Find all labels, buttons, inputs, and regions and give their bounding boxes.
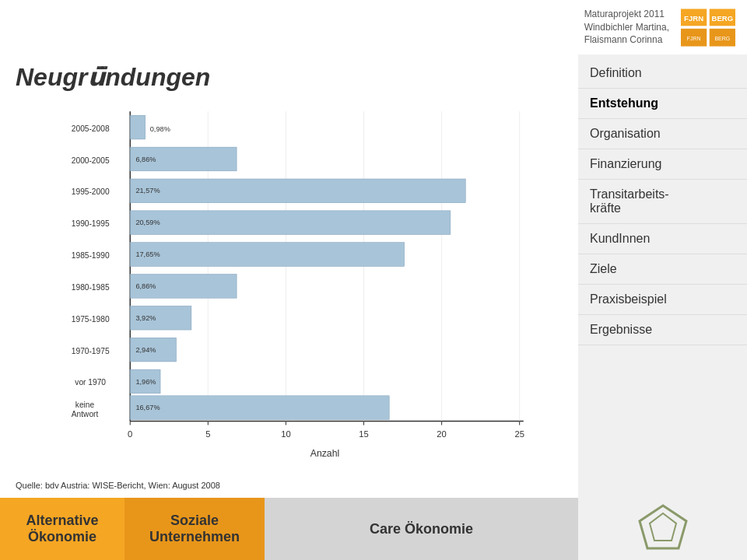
svg-text:vor 1970: vor 1970: [75, 378, 106, 387]
svg-text:2,94%: 2,94%: [135, 346, 156, 354]
svg-text:BERG: BERG: [714, 35, 730, 40]
bottom-bar: AlternativeÖkonomie SozialeUnternehmen C…: [0, 498, 747, 560]
pentagon-icon: [636, 502, 690, 556]
svg-text:1990-1995: 1990-1995: [72, 219, 110, 228]
sidebar-item-transitarbeitskraefte[interactable]: Transitarbeits-kräfte: [578, 180, 747, 224]
logo-icon: FJRN BERG FJRN BERG: [681, 6, 735, 49]
svg-text:1995-2000: 1995-2000: [72, 187, 110, 196]
logo-block: FJRN BERG FJRN BERG: [677, 4, 739, 51]
svg-text:6,86%: 6,86%: [135, 156, 156, 163]
svg-text:5: 5: [205, 429, 210, 439]
bottom-item-care-oekonomie[interactable]: Care Ökonomie: [265, 498, 578, 560]
svg-text:keine: keine: [75, 401, 95, 409]
svg-text:FJRN: FJRN: [684, 14, 703, 23]
sidebar-nav: Definition Entstehung Organisation Finan…: [578, 54, 747, 498]
svg-text:15: 15: [359, 429, 368, 439]
bottom-item-alternative-oekonomie[interactable]: AlternativeÖkonomie: [0, 498, 124, 560]
svg-text:3,92%: 3,92%: [135, 314, 156, 322]
svg-text:1985-1990: 1985-1990: [72, 251, 110, 260]
svg-text:21,57%: 21,57%: [135, 187, 160, 194]
page-title: Neugrü̈ndungen: [16, 62, 563, 92]
main-container: Maturaprojekt 2011Windbichler Martina,Fl…: [0, 0, 747, 560]
svg-text:1975-1980: 1975-1980: [72, 315, 110, 324]
source-text: Quelle: bdv Austria: WISE-Bericht, Wien:…: [16, 481, 563, 490]
sidebar-item-kundinnen[interactable]: KundInnen: [578, 224, 747, 254]
svg-text:20: 20: [437, 429, 446, 439]
svg-rect-40: [130, 243, 404, 267]
right-sidebar: Definition Entstehung Organisation Finan…: [578, 54, 747, 498]
svg-text:10: 10: [281, 429, 290, 439]
sidebar-item-praxisbeispiel[interactable]: Praxisbeispiel: [578, 285, 747, 315]
svg-text:BERG: BERG: [711, 14, 733, 23]
header-subtitle: Maturaprojekt 2011Windbichler Martina,Fl…: [584, 8, 669, 47]
header: Maturaprojekt 2011Windbichler Martina,Fl…: [0, 0, 747, 54]
svg-text:FJRN: FJRN: [687, 35, 701, 40]
main-area: Neugrü̈ndungen 0 5 10: [0, 54, 747, 498]
svg-text:16,67%: 16,67%: [135, 404, 160, 411]
bar-chart: 0 5 10 15 20 25 An: [16, 103, 563, 477]
svg-text:6,86%: 6,86%: [135, 282, 156, 290]
svg-text:1980-1985: 1980-1985: [72, 283, 110, 292]
svg-text:20,59%: 20,59%: [135, 219, 160, 226]
svg-text:17,65%: 17,65%: [135, 250, 160, 258]
chart-area: 0 5 10 15 20 25 An: [16, 103, 563, 490]
svg-marker-59: [640, 506, 686, 548]
left-content: Neugrü̈ndungen 0 5 10: [0, 54, 578, 498]
sidebar-item-ziele[interactable]: Ziele: [578, 254, 747, 285]
bottom-logo-area: [578, 498, 747, 560]
svg-text:1,96%: 1,96%: [135, 378, 156, 386]
svg-text:0: 0: [128, 429, 132, 439]
svg-text:Anzahl: Anzahl: [310, 448, 339, 459]
sidebar-item-finanzierung[interactable]: Finanzierung: [578, 149, 747, 180]
svg-text:1970-1975: 1970-1975: [72, 347, 110, 355]
bottom-item-soziale-unternehmen[interactable]: SozialeUnternehmen: [124, 498, 265, 560]
svg-text:2000-2005: 2000-2005: [72, 156, 110, 165]
svg-text:0,98%: 0,98%: [150, 125, 170, 133]
sidebar-item-organisation[interactable]: Organisation: [578, 119, 747, 149]
sidebar-item-ergebnisse[interactable]: Ergebnisse: [578, 315, 747, 345]
svg-rect-55: [130, 396, 389, 420]
sidebar-item-entstehung[interactable]: Entstehung: [578, 89, 747, 119]
svg-text:Antwort: Antwort: [72, 410, 99, 418]
sidebar-item-definition[interactable]: Definition: [578, 58, 747, 89]
svg-text:25: 25: [514, 429, 524, 439]
svg-text:2005-2008: 2005-2008: [72, 124, 110, 133]
svg-rect-37: [130, 211, 451, 235]
svg-rect-34: [130, 179, 465, 203]
svg-marker-60: [650, 513, 676, 541]
svg-rect-28: [130, 115, 145, 139]
